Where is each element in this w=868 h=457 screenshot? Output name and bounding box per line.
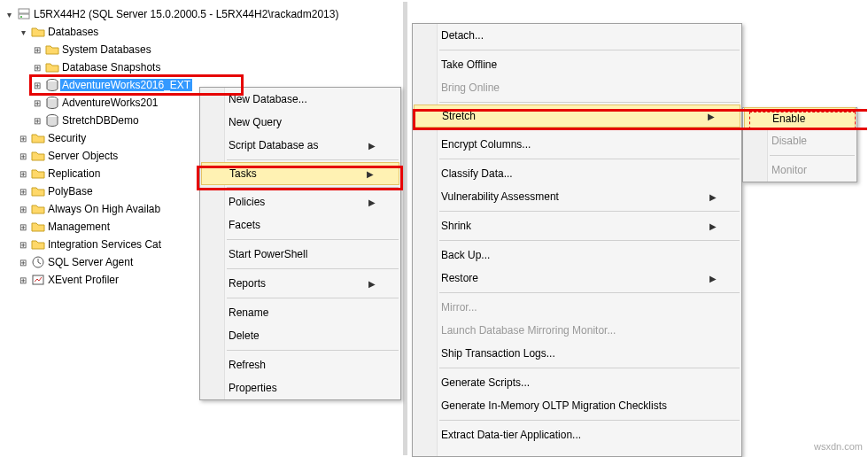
menu-mirror: Mirror... <box>413 296 741 319</box>
menu-launch-mirroring-monitor: Launch Database Mirroring Monitor... <box>413 319 741 342</box>
menu-separator <box>770 155 855 156</box>
menu-properties[interactable]: Properties <box>200 376 400 399</box>
menu-separator <box>439 102 740 103</box>
menu-separator <box>227 350 399 351</box>
menu-separator <box>439 159 740 159</box>
menu-refresh[interactable]: Refresh <box>200 353 400 376</box>
svg-rect-0 <box>19 9 29 13</box>
folder-icon <box>30 167 46 181</box>
menu-ship-transaction-logs[interactable]: Ship Transaction Logs... <box>413 342 741 365</box>
menu-stretch[interactable]: Stretch▶ <box>414 105 740 128</box>
folder-icon <box>30 184 46 198</box>
submenu-arrow-icon: ▶ <box>708 112 715 121</box>
database-snapshots-node[interactable]: ⊞ Database Snapshots <box>2 58 403 76</box>
menu-separator <box>439 129 740 130</box>
expand-icon[interactable]: ⊞ <box>16 220 30 234</box>
database-icon <box>44 78 60 92</box>
folder-icon <box>44 43 60 57</box>
submenu-arrow-icon: ▶ <box>709 274 717 283</box>
folder-icon <box>30 237 46 252</box>
submenu-arrow-icon: ▶ <box>368 141 376 151</box>
expand-icon[interactable]: ⊞ <box>16 184 30 198</box>
expand-icon[interactable]: ⊞ <box>16 202 30 216</box>
expand-icon[interactable]: ⊞ <box>16 255 30 269</box>
folder-icon <box>30 149 46 163</box>
menu-policies[interactable]: Policies▶ <box>200 190 400 213</box>
folder-icon <box>44 60 60 74</box>
expand-icon[interactable]: ⊞ <box>16 167 30 181</box>
expand-icon[interactable]: ⊞ <box>16 149 30 163</box>
watermark: wsxdn.com <box>814 441 863 452</box>
databases-label: Databases <box>46 26 98 38</box>
menu-extract-data-tier[interactable]: Extract Data-tier Application... <box>413 423 741 446</box>
menu-delete[interactable]: Delete <box>200 324 400 347</box>
expand-icon[interactable]: ⊞ <box>30 60 44 74</box>
server-icon <box>16 7 32 21</box>
databases-node[interactable]: ▾ Databases <box>2 23 403 41</box>
menu-separator <box>439 420 740 421</box>
menu-separator <box>439 50 740 50</box>
menu-start-powershell[interactable]: Start PowerShell <box>200 243 400 266</box>
svg-rect-1 <box>19 14 29 19</box>
system-databases-node[interactable]: ⊞ System Databases <box>2 41 403 58</box>
database-icon <box>44 113 60 128</box>
menu-vulnerability-assessment[interactable]: Vulnerability Assessment▶ <box>413 185 741 208</box>
menu-encrypt-columns[interactable]: Encrypt Columns... <box>413 133 741 156</box>
xevent-icon <box>30 273 46 287</box>
menu-back-up[interactable]: Back Up... <box>413 244 741 267</box>
menu-tasks[interactable]: Tasks▶ <box>201 162 399 185</box>
database-icon <box>44 96 60 110</box>
menu-separator <box>227 239 399 240</box>
server-node[interactable]: ▾ L5RX44H2 (SQL Server 15.0.2000.5 - L5R… <box>2 5 403 23</box>
menu-separator <box>439 368 740 368</box>
menu-separator <box>227 159 399 160</box>
submenu-arrow-icon: ▶ <box>368 279 376 289</box>
menu-separator <box>439 240 740 241</box>
menu-detach[interactable]: Detach... <box>413 24 741 47</box>
menu-restore[interactable]: Restore▶ <box>413 267 741 290</box>
menu-stretch-monitor: Monitor <box>743 159 856 182</box>
menu-reports[interactable]: Reports▶ <box>200 272 400 295</box>
menu-shrink[interactable]: Shrink▶ <box>413 214 741 237</box>
submenu-arrow-icon: ▶ <box>367 169 374 179</box>
submenu-arrow-icon: ▶ <box>368 198 376 207</box>
menu-separator <box>227 187 399 188</box>
database-context-menu: New Database... New Query Script Databas… <box>199 87 401 400</box>
menu-new-query[interactable]: New Query <box>200 111 400 134</box>
folder-icon <box>30 131 46 145</box>
stretch-submenu: Enable Disable Monitor <box>742 107 857 182</box>
menu-facets[interactable]: Facets <box>200 213 400 236</box>
menu-take-offline[interactable]: Take Offline <box>413 53 741 76</box>
menu-stretch-disable: Disable <box>743 129 856 152</box>
folder-icon <box>30 202 46 216</box>
submenu-arrow-icon: ▶ <box>709 221 717 231</box>
agent-icon <box>30 255 46 269</box>
expand-icon[interactable]: ⊞ <box>16 131 30 145</box>
tasks-submenu: Detach... Take Offline Bring Online Stre… <box>412 23 742 457</box>
svg-point-2 <box>20 16 22 18</box>
selected-database-label: AdventureWorks2016_EXT <box>60 79 192 91</box>
menu-separator <box>439 211 740 212</box>
menu-new-database[interactable]: New Database... <box>200 88 400 111</box>
menu-separator <box>227 268 399 269</box>
expand-icon[interactable]: ⊞ <box>16 273 30 287</box>
folder-icon <box>30 220 46 234</box>
expand-icon[interactable]: ⊞ <box>30 43 44 57</box>
menu-generate-oltp-checklists[interactable]: Generate In-Memory OLTP Migration Checkl… <box>413 394 741 417</box>
folder-icon <box>30 25 46 39</box>
menu-classify-data[interactable]: Classify Data... <box>413 162 741 185</box>
expand-icon[interactable]: ⊞ <box>30 96 44 110</box>
menu-rename[interactable]: Rename <box>200 301 400 324</box>
menu-script-database-as[interactable]: Script Database as▶ <box>200 134 400 157</box>
menu-bring-online: Bring Online <box>413 76 741 99</box>
expand-icon[interactable]: ⊞ <box>16 237 30 252</box>
expand-icon[interactable]: ⊞ <box>30 78 44 92</box>
menu-generate-scripts[interactable]: Generate Scripts... <box>413 371 741 394</box>
menu-separator <box>227 298 399 298</box>
server-label: L5RX44H2 (SQL Server 15.0.2000.5 - L5RX4… <box>32 8 338 20</box>
submenu-arrow-icon: ▶ <box>709 192 717 202</box>
menu-separator <box>439 292 740 293</box>
expand-icon[interactable]: ⊞ <box>30 113 44 128</box>
menu-stretch-enable[interactable]: Enable <box>744 107 856 130</box>
